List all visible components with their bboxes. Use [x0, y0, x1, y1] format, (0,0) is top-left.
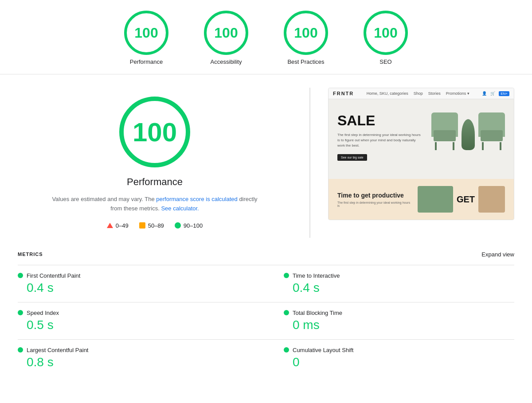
pass-icon	[175, 222, 181, 229]
score-best-practices: 100 Best Practices	[284, 11, 328, 65]
screenshot-hero: SALE The first step in determining your …	[329, 99, 514, 179]
get-text: GET	[457, 194, 475, 205]
legend-fail: 0–49	[107, 222, 129, 229]
metric-fcp-value: 0.4 s	[18, 281, 248, 295]
screenshot-nav: Home, SKU, categories Shop Stories Promo…	[367, 91, 469, 96]
hero-text: SALE The first step in determining your …	[337, 112, 422, 161]
nav-item-home: Home, SKU, categories	[367, 91, 408, 96]
chair2-leg-r	[500, 142, 501, 150]
scores-section: 100 Performance 100 Accessibility 100 Be…	[0, 0, 532, 74]
score-performance: 100 Performance	[124, 11, 168, 65]
cart-icon: 🛒	[490, 91, 495, 96]
score-value-seo: 100	[374, 25, 397, 41]
score-label-performance: Performance	[130, 58, 163, 65]
metric-lcp-name: Largest Contentful Paint	[27, 347, 88, 353]
banner-subtitle: The first step in determining your ideal…	[337, 201, 412, 207]
metric-tbt-value: 0 ms	[284, 318, 514, 332]
metric-lcp-value: 0.8 s	[18, 355, 248, 369]
banner-plant-img	[418, 186, 453, 213]
metric-si-name: Speed Index	[27, 310, 59, 316]
screenshot-header: FRNTR Home, SKU, categories Shop Stories…	[329, 88, 514, 99]
metrics-title: METRICS	[18, 252, 43, 257]
metric-cls-name: Cumulative Layout Shift	[293, 347, 353, 353]
metric-tti-header: Time to Interactive	[284, 272, 514, 279]
average-range: 50–89	[148, 222, 164, 229]
metrics-section: METRICS Expand view First Contentful Pai…	[0, 251, 532, 390]
chair2-seat	[481, 130, 503, 141]
metric-si: Speed Index 0.5 s	[18, 302, 266, 339]
metric-tti-value: 0.4 s	[284, 281, 514, 295]
chair-1	[431, 112, 458, 150]
score-label-seo: SEO	[379, 58, 391, 65]
metric-tbt: Total Blocking Time 0 ms	[266, 302, 514, 339]
banner-title: Time to get productive	[337, 191, 412, 199]
site-brand: FRNTR	[333, 91, 354, 96]
score-label-best-practices: Best Practices	[287, 58, 324, 65]
expand-view-button[interactable]: Expand view	[481, 251, 514, 258]
score-accessibility: 100 Accessibility	[204, 11, 248, 65]
metric-cls-value: 0	[284, 355, 514, 369]
plant	[462, 119, 475, 150]
chair-leg-r	[453, 142, 454, 150]
fail-icon	[107, 223, 113, 228]
right-panel: FRNTR Home, SKU, categories Shop Stories…	[328, 88, 514, 220]
metric-lcp: Largest Contentful Paint 0.8 s	[18, 339, 266, 376]
metric-lcp-header: Largest Contentful Paint	[18, 347, 248, 353]
banner-right: GET	[418, 186, 505, 213]
big-score-value: 100	[133, 117, 177, 147]
score-circle-seo: 100	[364, 11, 408, 55]
metric-si-header: Speed Index	[18, 310, 248, 316]
score-circle-performance: 100	[124, 11, 168, 55]
hero-furniture	[431, 112, 505, 150]
fail-range: 0–49	[116, 222, 129, 229]
nav-item-stories: Stories	[428, 91, 441, 96]
performance-score-link[interactable]: performance score is calculated	[156, 196, 238, 202]
banner-lamp-img	[478, 186, 505, 213]
nav-item-promotions: Promotions ▾	[446, 91, 469, 96]
calculator-link[interactable]: See calculator.	[161, 205, 199, 212]
chair2-leg-l	[482, 142, 484, 150]
description-text-before: Values are estimated and may vary. The	[52, 196, 156, 202]
metrics-header: METRICS Expand view	[18, 251, 514, 258]
promo-badge: EN+	[499, 91, 509, 96]
hero-title: SALE	[337, 112, 422, 129]
pass-range: 90–100	[184, 222, 203, 229]
score-legend: 0–49 50–89 90–100	[107, 222, 203, 229]
screenshot-banner: Time to get productive The first step in…	[329, 179, 514, 220]
metric-cls-header: Cumulative Layout Shift	[284, 347, 514, 353]
score-label-accessibility: Accessibility	[211, 58, 242, 65]
metric-tti-dot	[284, 273, 289, 278]
site-screenshot: FRNTR Home, SKU, categories Shop Stories…	[328, 88, 514, 220]
chair-2	[478, 112, 505, 150]
score-description: Values are estimated and may vary. The p…	[48, 195, 261, 213]
metric-fcp: First Contentful Paint 0.4 s	[18, 265, 266, 302]
metric-si-value: 0.5 s	[18, 318, 248, 332]
metric-fcp-dot	[18, 273, 23, 278]
metric-tbt-name: Total Blocking Time	[293, 310, 342, 316]
metric-tbt-dot	[284, 310, 289, 315]
score-value-performance: 100	[134, 25, 158, 41]
nav-item-shop: Shop	[414, 91, 423, 96]
metric-tbt-header: Total Blocking Time	[284, 310, 514, 316]
score-value-best-practices: 100	[294, 25, 317, 41]
score-circle-best-practices: 100	[284, 11, 328, 55]
user-icon: 👤	[482, 91, 487, 96]
metric-fcp-header: First Contentful Paint	[18, 272, 248, 279]
main-content: 100 Performance Values are estimated and…	[0, 74, 532, 251]
metric-cls: Cumulative Layout Shift 0	[266, 339, 514, 376]
score-circle-accessibility: 100	[204, 11, 248, 55]
metrics-grid: First Contentful Paint 0.4 s Time to Int…	[18, 265, 514, 376]
metric-fcp-name: First Contentful Paint	[27, 272, 80, 279]
big-score-label: Performance	[127, 176, 183, 188]
left-panel: 100 Performance Values are estimated and…	[18, 88, 292, 238]
legend-average: 50–89	[139, 222, 164, 229]
metric-tti: Time to Interactive 0.4 s	[266, 265, 514, 302]
big-score-circle: 100	[119, 97, 190, 167]
panel-divider	[309, 88, 310, 238]
metric-tti-name: Time to Interactive	[293, 272, 340, 279]
metric-si-dot	[18, 310, 23, 315]
hero-description: The first step in determining your ideal…	[337, 132, 422, 148]
chair-leg-l	[435, 142, 437, 150]
chair-seat	[434, 130, 456, 141]
score-seo: 100 SEO	[364, 11, 408, 65]
